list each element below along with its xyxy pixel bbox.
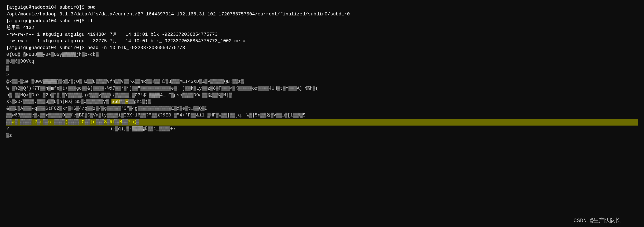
binary-output-3: ▒ [6,65,9,71]
terminal-line-9: ▒d▒6▒DOVtq [6,58,638,65]
terminal-line-18: ▒▒#▒|▒▒▒▒]2▒r▒▒cr▒▒▒▒(▒▒▒▒fC▒▒]n▒▒▒8▒RⅠ▒… [6,119,638,126]
terminal-line-8: 0{O6φ_§N888▓▓y0+▒OGy▓▓▓▓▓jh▒b-cb▒ [6,51,638,58]
cmd-ll: ll [87,18,93,24]
terminal-line-17: ▒▒w63▒▒▒▒e▒x▒▒x▒▒▒▒▒D▒▒fe▒BD▒C▒Va▒ty▒▒▒▒… [6,112,638,119]
prompt-3: [atguigu@hadoop104 subdir0]$ [6,45,87,50]
file-entry-1: -rw-rw-r-- 1 atguigu atguigu 4194304 7月 … [6,32,218,37]
terminal-line-4: 总用量 4132 [6,24,638,31]
terminal-line-6: -rw-rw-r-- 1 atguigu atguigu 32775 7月 14… [6,38,638,45]
terminal-line-15: X\▒GD/▒▒▒▒,▒▒▒G▒▒U▒n[N자 S5▒C▒▒▒▒▒▒y▒ $68… [6,98,638,105]
terminal-line-11: > [6,72,638,78]
terminal-line-19: r )}▒q);▒-▓▓▓▓訳▒▒1_▒▒▒▒+7 [6,126,638,132]
terminal-line-5: -rw-rw-r-- 1 atguigu atguigu 4194304 7月 … [6,31,638,38]
terminal-line-2: /opt/module/hadoop-3.1.3/data/dfs/data/c… [6,11,638,18]
terminal-line-10: ▒ [6,65,638,72]
csdn-watermark: CSDN @生产队队长 [573,217,621,225]
terminal-line-14: h▒-▒▒MQ>▒Db\-▒2u▒"▒]▒Y▒▒▒▒▒,(@▒▒▒>▒▒▒t{▒… [6,92,638,99]
cmd-head: head -n 10 blk_-9223372036854775773 [87,45,185,50]
cmd-pwd: pwd [87,5,96,10]
terminal-line-16: &▒▒D▒A▒▒▒-q▒▒▒6tF0Z▒kr▒HG▒^/q▒▒z▒/▒g▒▒▒▒… [6,105,638,112]
prompt-2: [atguigu@hadoop104 subdir0]$ [6,18,87,24]
terminal-line-20: ▒z [6,132,638,139]
terminal-line-3: [atguigu@hadoop104 subdir0]$ ll [6,18,638,24]
terminal-line-7: [atguigu@hadoop104 subdir0]$ head -n 10 … [6,45,638,51]
terminal-line-12: @k▒▒+▒SèT▒U0v▓▓▓▓▓]▒g▒/▒;O▒□U▒▒U▒▒▒▒Vfh▒… [6,78,638,85]
binary-output-2: ▒d▒6▒DOVtq [6,59,34,64]
terminal-line-13: W_▒%B▒Q')K7T▒▒n▒mfe▒t+▒▒▒go▒▒&]▒▒▒▒-©&7▒… [6,85,638,92]
terminal-line-1: [atguigu@hadoop104 subdir0]$ pwd [6,4,638,11]
binary-output-4: > [6,72,9,78]
file-entry-2: -rw-rw-r-- 1 atguigu atguigu 32775 7月 14… [6,38,246,44]
ll-total: 总用量 4132 [6,25,34,30]
terminal-window: [atguigu@hadoop104 subdir0]$ pwd /opt/mo… [6,4,638,227]
pwd-output: /opt/module/hadoop-3.1.3/data/dfs/data/c… [6,12,350,17]
binary-output-1: 0{O6φ_§N888▓▓y0+▒OGy▓▓▓▓▓jh▒b-cb▒ [6,52,98,57]
prompt-1: [atguigu@hadoop104 subdir0]$ [6,5,87,10]
